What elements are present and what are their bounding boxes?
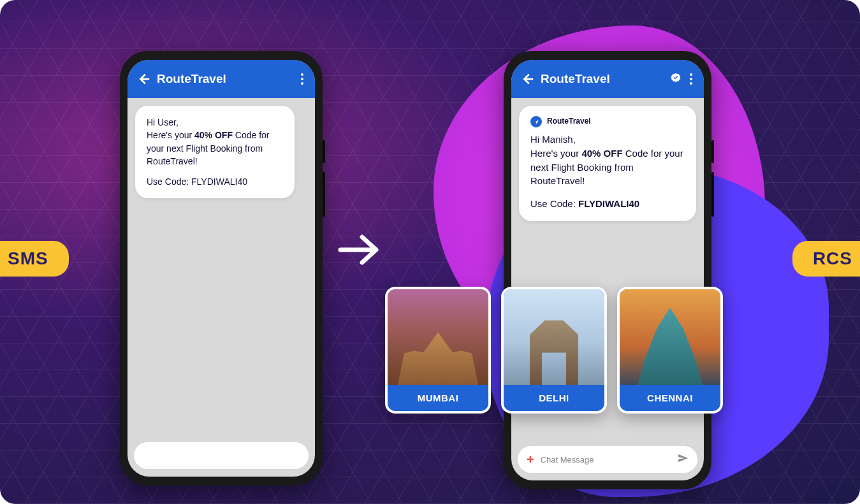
sender-name: RouteTravel [547, 116, 591, 127]
label-rcs: RCS [792, 241, 860, 277]
rcs-input-bar[interactable]: + Chat Message [518, 446, 697, 473]
plus-icon[interactable]: + [527, 452, 534, 467]
kebab-menu-icon[interactable] [298, 71, 306, 87]
appbar-rcs: RouteTravel [511, 60, 704, 98]
card-label: MUMBAI [388, 385, 488, 411]
sms-message-bubble: Hi User, Here's your 40% OFF Code for yo… [135, 106, 295, 198]
carousel-card-mumbai[interactable]: MUMBAI [385, 287, 491, 414]
message-area: Hi User, Here's your 40% OFF Code for yo… [128, 98, 315, 436]
send-icon[interactable] [677, 452, 689, 466]
sender-row: RouteTravel [530, 116, 685, 127]
appbar-title: RouteTravel [541, 72, 666, 86]
card-image [504, 289, 604, 385]
screen-rcs: RouteTravel RouteTravel Hi Manish, [511, 60, 704, 480]
carousel-card-chennai[interactable]: CHENNAI [617, 287, 723, 414]
card-image [388, 289, 488, 385]
carousel-card-delhi[interactable]: DELHI [501, 287, 607, 414]
card-image [620, 289, 720, 385]
infographic-canvas: SMS RCS RouteTravel Hi User, Here's your… [0, 0, 860, 504]
rcs-line2: Here's your 40% OFF Code for your next F… [530, 147, 685, 188]
back-icon[interactable] [136, 72, 150, 86]
appbar-title: RouteTravel [157, 72, 292, 86]
sender-avatar-icon [530, 116, 542, 127]
input-placeholder: Chat Message [541, 455, 671, 464]
rcs-carousel: MUMBAI DELHI CHENNAI [385, 287, 723, 414]
rcs-code-line: Use Code: FLYDIWALI40 [530, 197, 685, 211]
rcs-message-bubble: RouteTravel Hi Manish, Here's your 40% O… [519, 106, 696, 221]
card-label: DELHI [504, 385, 604, 411]
screen-sms: RouteTravel Hi User, Here's your 40% OFF… [128, 60, 315, 477]
phone-sms: RouteTravel Hi User, Here's your 40% OFF… [120, 51, 323, 486]
phone-rcs: RouteTravel RouteTravel Hi Manish, [504, 51, 711, 489]
sms-line2: Here's your 40% OFF Code for your next F… [147, 129, 283, 168]
kebab-menu-icon[interactable] [687, 71, 695, 87]
appbar-sms: RouteTravel [128, 60, 315, 98]
sms-code-line: Use Code: FLYDIWALI40 [147, 175, 283, 188]
sms-input-bar[interactable] [134, 442, 309, 469]
rcs-line1: Hi Manish, [530, 133, 685, 147]
label-sms: SMS [0, 241, 69, 277]
card-label: CHENNAI [620, 385, 720, 411]
sms-line1: Hi User, [147, 116, 283, 129]
back-icon[interactable] [520, 72, 534, 86]
arrow-icon [337, 232, 381, 270]
verified-badge-icon [671, 73, 681, 85]
